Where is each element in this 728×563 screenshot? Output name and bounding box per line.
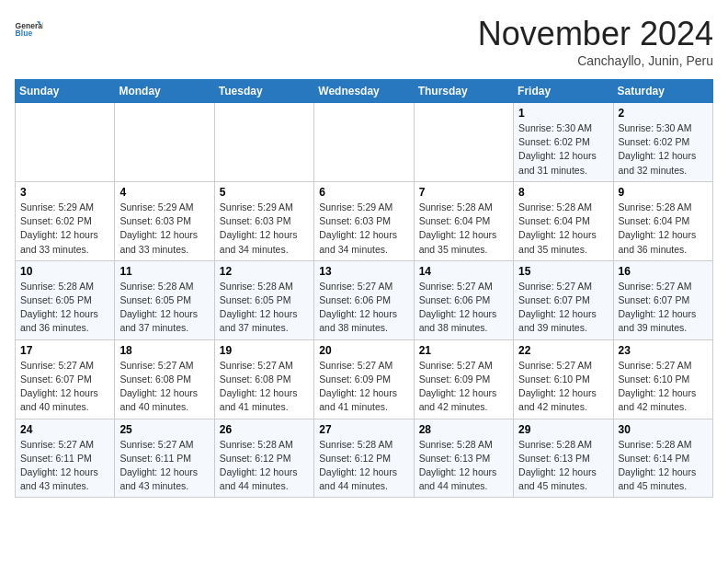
day-info: Sunrise: 5:27 AMSunset: 6:10 PMDaylight:… [518,359,608,415]
day-info: Sunrise: 5:27 AMSunset: 6:10 PMDaylight:… [619,359,708,415]
table-row: 20Sunrise: 5:27 AMSunset: 6:09 PMDayligh… [314,339,414,419]
table-row: 30Sunrise: 5:28 AMSunset: 6:14 PMDayligh… [613,419,712,498]
day-info: Sunrise: 5:28 AMSunset: 6:14 PMDaylight:… [619,438,708,494]
table-row [214,103,313,182]
logo: General Blue [15,15,43,43]
header-row: SundayMondayTuesdayWednesdayThursdayFrid… [16,80,713,103]
day-info: Sunrise: 5:27 AMSunset: 6:07 PMDaylight:… [619,280,708,336]
day-number: 18 [119,344,209,357]
day-number: 21 [419,344,508,357]
table-row: 10Sunrise: 5:28 AMSunset: 6:05 PMDayligh… [16,260,115,339]
day-number: 11 [119,265,209,278]
header-wednesday: Wednesday [314,80,414,103]
day-info: Sunrise: 5:27 AMSunset: 6:06 PMDaylight:… [419,280,508,336]
table-row: 8Sunrise: 5:28 AMSunset: 6:04 PMDaylight… [514,181,613,260]
table-row: 4Sunrise: 5:29 AMSunset: 6:03 PMDaylight… [115,181,214,260]
day-info: Sunrise: 5:29 AMSunset: 6:03 PMDaylight:… [119,201,209,257]
header-friday: Friday [514,80,613,103]
day-number: 30 [619,423,708,436]
day-number: 4 [119,186,209,199]
table-row: 16Sunrise: 5:27 AMSunset: 6:07 PMDayligh… [613,260,712,339]
table-row: 28Sunrise: 5:28 AMSunset: 6:13 PMDayligh… [414,419,513,498]
table-row: 12Sunrise: 5:28 AMSunset: 6:05 PMDayligh… [214,260,313,339]
table-row [314,103,414,182]
day-number: 14 [419,265,508,278]
table-row: 1Sunrise: 5:30 AMSunset: 6:02 PMDaylight… [514,103,613,182]
header-thursday: Thursday [414,80,513,103]
table-row: 21Sunrise: 5:27 AMSunset: 6:09 PMDayligh… [414,339,513,419]
day-number: 26 [220,423,309,436]
week-row-1: 1Sunrise: 5:30 AMSunset: 6:02 PMDaylight… [16,103,713,182]
logo-svg: General Blue [15,15,43,43]
table-row: 6Sunrise: 5:29 AMSunset: 6:03 PMDaylight… [314,181,414,260]
day-number: 13 [319,265,408,278]
header-tuesday: Tuesday [214,80,313,103]
month-title: November 2024 [478,15,713,53]
day-number: 1 [518,107,608,120]
day-info: Sunrise: 5:27 AMSunset: 6:09 PMDaylight:… [419,359,508,415]
table-row: 25Sunrise: 5:27 AMSunset: 6:11 PMDayligh… [115,419,214,498]
day-number: 24 [20,423,109,436]
table-row [115,103,214,182]
day-info: Sunrise: 5:28 AMSunset: 6:05 PMDaylight:… [20,280,109,336]
day-number: 3 [20,186,109,199]
day-number: 2 [619,107,708,120]
table-row [16,103,115,182]
week-row-2: 3Sunrise: 5:29 AMSunset: 6:02 PMDaylight… [16,181,713,260]
day-info: Sunrise: 5:29 AMSunset: 6:03 PMDaylight:… [319,201,408,257]
day-info: Sunrise: 5:27 AMSunset: 6:09 PMDaylight:… [319,359,408,415]
day-info: Sunrise: 5:28 AMSunset: 6:12 PMDaylight:… [220,438,309,494]
table-row: 9Sunrise: 5:28 AMSunset: 6:04 PMDaylight… [613,181,712,260]
header-monday: Monday [115,80,214,103]
day-info: Sunrise: 5:27 AMSunset: 6:07 PMDaylight:… [20,359,109,415]
table-row: 2Sunrise: 5:30 AMSunset: 6:02 PMDaylight… [613,103,712,182]
location-subtitle: Canchayllo, Junin, Peru [478,53,713,68]
day-number: 29 [518,423,608,436]
day-info: Sunrise: 5:28 AMSunset: 6:05 PMDaylight:… [119,280,209,336]
week-row-3: 10Sunrise: 5:28 AMSunset: 6:05 PMDayligh… [16,260,713,339]
day-number: 8 [518,186,608,199]
day-number: 28 [419,423,508,436]
day-number: 15 [518,265,608,278]
table-row: 29Sunrise: 5:28 AMSunset: 6:13 PMDayligh… [514,419,613,498]
day-number: 6 [319,186,408,199]
table-row: 14Sunrise: 5:27 AMSunset: 6:06 PMDayligh… [414,260,513,339]
header-sunday: Sunday [16,80,115,103]
day-number: 19 [220,344,309,357]
day-info: Sunrise: 5:27 AMSunset: 6:11 PMDaylight:… [20,438,109,494]
table-row: 13Sunrise: 5:27 AMSunset: 6:06 PMDayligh… [314,260,414,339]
day-number: 5 [220,186,309,199]
table-row: 17Sunrise: 5:27 AMSunset: 6:07 PMDayligh… [16,339,115,419]
day-number: 17 [20,344,109,357]
title-block: November 2024 Canchayllo, Junin, Peru [478,15,713,68]
table-row: 18Sunrise: 5:27 AMSunset: 6:08 PMDayligh… [115,339,214,419]
day-info: Sunrise: 5:28 AMSunset: 6:04 PMDaylight:… [619,201,708,257]
day-info: Sunrise: 5:27 AMSunset: 6:07 PMDaylight:… [518,280,608,336]
calendar-table: SundayMondayTuesdayWednesdayThursdayFrid… [15,79,713,498]
day-info: Sunrise: 5:27 AMSunset: 6:08 PMDaylight:… [220,359,309,415]
svg-text:Blue: Blue [16,29,33,38]
table-row: 7Sunrise: 5:28 AMSunset: 6:04 PMDaylight… [414,181,513,260]
day-number: 10 [20,265,109,278]
table-row: 15Sunrise: 5:27 AMSunset: 6:07 PMDayligh… [514,260,613,339]
table-row: 26Sunrise: 5:28 AMSunset: 6:12 PMDayligh… [214,419,313,498]
table-row: 27Sunrise: 5:28 AMSunset: 6:12 PMDayligh… [314,419,414,498]
day-info: Sunrise: 5:30 AMSunset: 6:02 PMDaylight:… [518,121,608,178]
day-number: 20 [319,344,408,357]
page-header: General Blue November 2024 Canchayllo, J… [15,15,713,68]
day-info: Sunrise: 5:29 AMSunset: 6:03 PMDaylight:… [220,201,309,257]
day-info: Sunrise: 5:28 AMSunset: 6:13 PMDaylight:… [518,438,608,494]
day-number: 27 [319,423,408,436]
day-info: Sunrise: 5:28 AMSunset: 6:12 PMDaylight:… [319,438,408,494]
day-number: 22 [518,344,608,357]
week-row-4: 17Sunrise: 5:27 AMSunset: 6:07 PMDayligh… [16,339,713,419]
day-number: 16 [619,265,708,278]
day-info: Sunrise: 5:30 AMSunset: 6:02 PMDaylight:… [619,121,708,178]
day-info: Sunrise: 5:28 AMSunset: 6:04 PMDaylight:… [419,201,508,257]
table-row: 22Sunrise: 5:27 AMSunset: 6:10 PMDayligh… [514,339,613,419]
day-info: Sunrise: 5:28 AMSunset: 6:13 PMDaylight:… [419,438,508,494]
table-row [414,103,513,182]
week-row-5: 24Sunrise: 5:27 AMSunset: 6:11 PMDayligh… [16,419,713,498]
day-number: 23 [619,344,708,357]
table-row: 11Sunrise: 5:28 AMSunset: 6:05 PMDayligh… [115,260,214,339]
